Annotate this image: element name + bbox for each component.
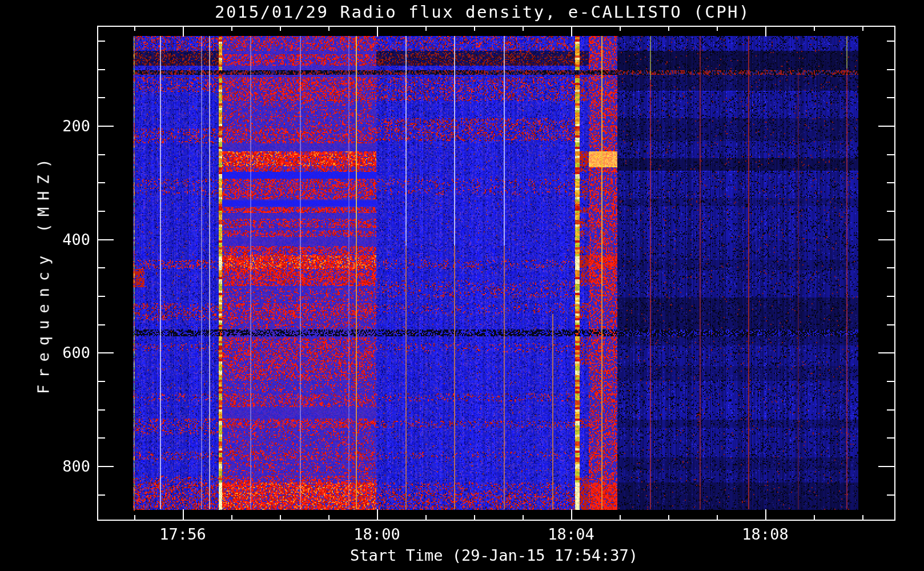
x-tick-label: 18:04 bbox=[548, 525, 594, 543]
y-tick-label: 600 bbox=[33, 344, 90, 361]
spectrogram-figure: 2015/01/29 Radio flux density, e-CALLIST… bbox=[0, 0, 924, 571]
y-tick-label: 200 bbox=[33, 117, 90, 135]
x-tick-label: 18:00 bbox=[353, 525, 400, 543]
x-axis-label: Start Time (29-Jan-15 17:54:37) bbox=[350, 546, 638, 564]
y-tick-label: 400 bbox=[33, 231, 90, 248]
chart-title: 2015/01/29 Radio flux density, e-CALLIST… bbox=[215, 2, 750, 22]
x-tick-label: 17:56 bbox=[159, 525, 206, 543]
x-tick-label: 18:08 bbox=[742, 525, 788, 543]
spectrogram-canvas bbox=[0, 0, 924, 571]
y-tick-label: 800 bbox=[33, 457, 90, 475]
